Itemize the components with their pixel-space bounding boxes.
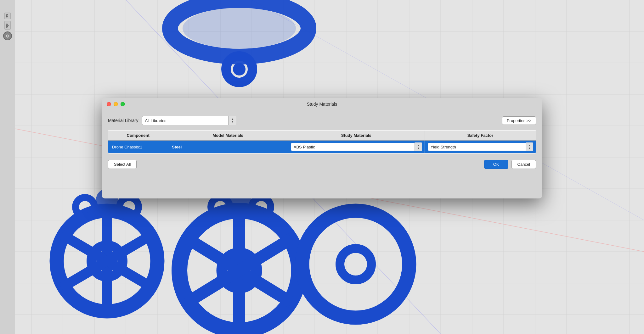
sidebar-icon-circle[interactable]: ⊙ — [3, 31, 12, 40]
action-buttons: OK Cancel — [484, 160, 536, 169]
material-library-select-wrapper: All Libraries SolidWorks Materials Custo… — [142, 116, 236, 125]
sidebar-label-ials[interactable]: ials — [4, 21, 11, 30]
col-header-study-materials: Study Materials — [288, 131, 425, 141]
table-row[interactable]: Drone Chassis:1 Steel ABS Plastic Steel … — [108, 141, 536, 153]
svg-point-55 — [233, 63, 246, 75]
sidebar-label-ss[interactable]: ss — [4, 13, 11, 19]
cell-study-material: ABS Plastic Steel Aluminum 1060 Alloy Co… — [288, 141, 425, 153]
properties-button[interactable]: Properties >> — [502, 116, 536, 125]
cell-component: Drone Chassis:1 — [108, 141, 168, 153]
select-all-button[interactable]: Select All — [108, 160, 137, 169]
close-button[interactable] — [107, 102, 111, 106]
study-material-dropdown-wrapper: ABS Plastic Steel Aluminum 1060 Alloy Co… — [291, 142, 422, 151]
cancel-button[interactable]: Cancel — [511, 160, 536, 169]
window-controls — [107, 102, 125, 106]
sidebar: ss ials ⊙ — [0, 0, 15, 334]
cell-safety-factor: Yield Strength Tensile Strength Shear St… — [425, 141, 536, 153]
maximize-button[interactable] — [121, 102, 125, 106]
study-materials-dialog: Study Materials Material Library All Lib… — [102, 98, 542, 198]
dialog-body: Material Library All Libraries SolidWork… — [102, 110, 542, 175]
svg-point-35 — [183, 8, 296, 49]
ok-button[interactable]: OK — [484, 160, 508, 169]
dialog-titlebar: Study Materials — [102, 98, 542, 110]
cell-model-material: Steel — [168, 141, 288, 153]
study-material-select[interactable]: ABS Plastic Steel Aluminum 1060 Alloy Co… — [291, 142, 422, 151]
material-library-label: Material Library — [108, 118, 138, 123]
col-header-model-materials: Model Materials — [168, 131, 288, 141]
material-library-select[interactable]: All Libraries SolidWorks Materials Custo… — [142, 116, 236, 125]
dialog-title: Study Materials — [307, 102, 337, 107]
materials-table: Component Model Materials Study Material… — [108, 130, 536, 153]
minimize-button[interactable] — [114, 102, 118, 106]
material-library-row: Material Library All Libraries SolidWork… — [108, 116, 236, 125]
safety-factor-select[interactable]: Yield Strength Tensile Strength Shear St… — [427, 142, 533, 151]
bottom-row: Select All OK Cancel — [108, 159, 536, 169]
col-header-component: Component — [108, 131, 168, 141]
safety-factor-dropdown-wrapper: Yield Strength Tensile Strength Shear St… — [427, 142, 533, 151]
table-header-row: Component Model Materials Study Material… — [108, 131, 536, 141]
col-header-safety-factor: Safety Factor — [425, 131, 536, 141]
top-row: Material Library All Libraries SolidWork… — [108, 116, 536, 125]
